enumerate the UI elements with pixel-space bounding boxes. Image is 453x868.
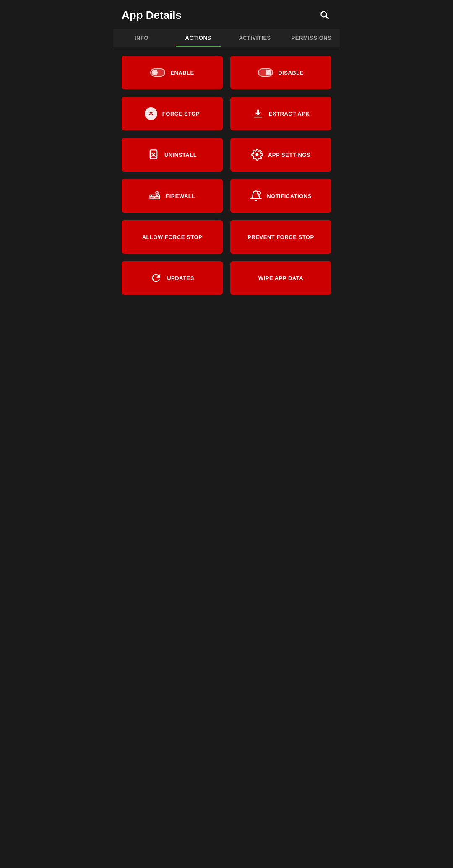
notifications-label: NOTIFICATIONS — [267, 193, 312, 199]
bell-icon: ! — [250, 190, 262, 202]
toggle-on-icon — [258, 68, 273, 77]
allow-force-stop-button[interactable]: ALLOW FORCE STOP — [122, 220, 223, 254]
app-settings-button[interactable]: APP SETTINGS — [230, 138, 331, 172]
updates-label: UPDATES — [167, 275, 194, 281]
enable-button[interactable]: ENABLE — [122, 56, 223, 89]
disable-label: DISABLE — [278, 70, 304, 76]
uninstall-label: UNINSTALL — [164, 152, 197, 158]
firewall-button[interactable]: FIREWALL — [122, 179, 223, 213]
notifications-button[interactable]: ! NOTIFICATIONS — [230, 179, 331, 213]
tab-activities[interactable]: ACTIVITIES — [226, 29, 283, 47]
disable-button[interactable]: DISABLE — [230, 56, 331, 89]
app-settings-label: APP SETTINGS — [268, 152, 310, 158]
tab-info[interactable]: INFO — [113, 29, 170, 47]
toggle-off-icon — [150, 68, 165, 77]
extract-apk-label: EXTRACT APK — [269, 111, 310, 117]
search-button[interactable] — [317, 8, 331, 23]
svg-rect-8 — [158, 195, 160, 197]
download-icon — [252, 108, 264, 120]
tab-permissions[interactable]: PERMISSIONS — [283, 29, 340, 47]
tab-actions[interactable]: ACTIONS — [170, 29, 226, 47]
force-stop-label: FORCE STOP — [162, 111, 200, 117]
x-circle-icon — [145, 107, 157, 120]
wipe-app-data-label: WIPE APP DATA — [258, 275, 303, 281]
firewall-icon — [149, 190, 161, 202]
enable-label: ENABLE — [170, 70, 194, 76]
allow-force-stop-label: ALLOW FORCE STOP — [142, 234, 203, 240]
gear-icon — [251, 149, 263, 161]
wipe-app-data-button[interactable]: WIPE APP DATA — [230, 261, 331, 295]
svg-text:!: ! — [258, 192, 260, 195]
prevent-force-stop-label: PREVENT FORCE STOP — [247, 234, 314, 240]
page-title: App Details — [122, 9, 182, 22]
updates-button[interactable]: UPDATES — [122, 261, 223, 295]
refresh-icon — [150, 272, 162, 284]
uninstall-button[interactable]: UNINSTALL — [122, 138, 223, 172]
force-stop-button[interactable]: FORCE STOP — [122, 97, 223, 130]
search-icon — [319, 9, 330, 20]
svg-rect-6 — [152, 195, 157, 197]
actions-content: ENABLE DISABLE FORCE STOP EXTRACT APK — [113, 47, 340, 307]
prevent-force-stop-button[interactable]: PREVENT FORCE STOP — [230, 220, 331, 254]
app-header: App Details — [113, 0, 340, 29]
svg-rect-7 — [150, 195, 152, 197]
uninstall-icon — [148, 149, 159, 161]
firewall-label: FIREWALL — [166, 193, 195, 199]
extract-apk-button[interactable]: EXTRACT APK — [230, 97, 331, 130]
actions-grid: ENABLE DISABLE FORCE STOP EXTRACT APK — [122, 56, 331, 295]
tab-bar: INFO ACTIONS ACTIVITIES PERMISSIONS — [113, 29, 340, 47]
